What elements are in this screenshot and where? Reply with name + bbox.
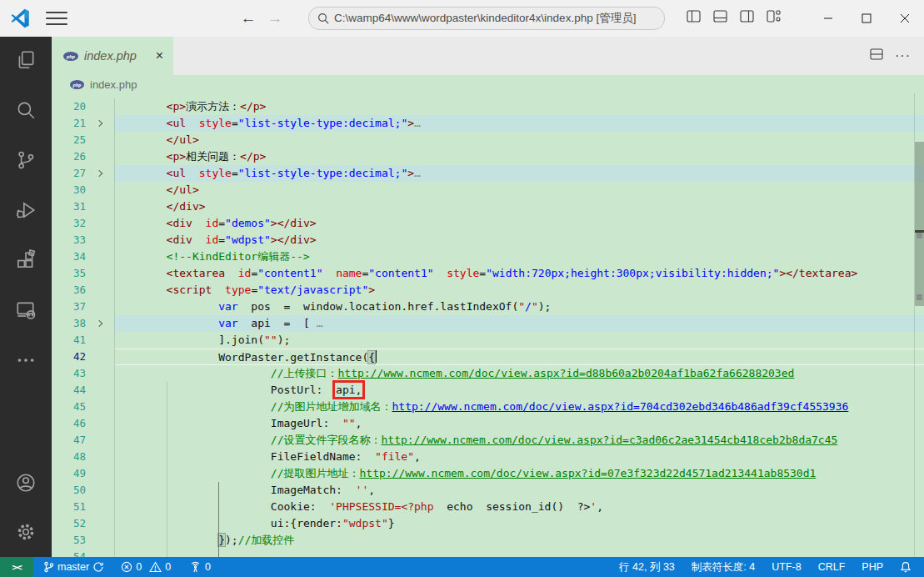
maximize-button[interactable] <box>847 0 886 37</box>
line-number[interactable]: 44 <box>52 382 86 399</box>
fold-chevron-icon[interactable] <box>86 315 114 332</box>
code-line[interactable]: 41].join(""); <box>52 332 924 349</box>
scrollbar-thumb[interactable] <box>915 142 924 306</box>
eol-item[interactable]: CRLF <box>812 561 852 573</box>
more-views-icon[interactable] <box>6 340 46 380</box>
vertical-scrollbar[interactable] <box>914 93 924 557</box>
line-number[interactable]: 42 <box>52 349 86 365</box>
extensions-icon[interactable] <box>6 240 46 280</box>
line-number[interactable]: 35 <box>52 265 86 282</box>
encoding-item[interactable]: UTF-8 <box>766 561 807 573</box>
code-line[interactable]: 31</div> <box>52 198 924 215</box>
tab-index-php[interactable]: php index.php × <box>52 37 173 75</box>
source-control-icon[interactable] <box>6 140 46 180</box>
indentation-item[interactable]: 制表符长度: 4 <box>686 560 761 574</box>
line-number[interactable]: 46 <box>52 415 86 432</box>
forward-arrow-icon[interactable]: → <box>263 7 287 30</box>
line-number[interactable]: 34 <box>52 248 86 265</box>
line-number[interactable]: 37 <box>52 299 86 315</box>
code-line[interactable]: 53});//加载控件 <box>52 532 924 549</box>
minimize-button[interactable] <box>809 0 847 37</box>
breadcrumb[interactable]: php index.php <box>52 75 924 93</box>
remote-indicator[interactable]: >< <box>0 557 33 577</box>
line-number[interactable]: 26 <box>52 148 86 165</box>
code-editor[interactable]: 20<p>演示方法：</p>21<ul style="list-style-ty… <box>52 93 924 557</box>
explorer-icon[interactable] <box>6 40 46 80</box>
line-number[interactable]: 53 <box>52 532 86 549</box>
git-branch-item[interactable]: master <box>38 561 109 573</box>
customize-layout-icon[interactable] <box>767 10 781 23</box>
remote-explorer-icon[interactable] <box>6 290 46 330</box>
problems-item[interactable]: 0 0 <box>116 561 176 573</box>
line-number[interactable]: 50 <box>52 482 86 499</box>
code-line[interactable]: 30</ul> <box>52 182 924 198</box>
doc-link[interactable]: http://www.ncmem.com/doc/view.aspx?id=c3… <box>381 434 837 446</box>
line-number[interactable]: 48 <box>52 449 86 465</box>
code-line[interactable]: 33<div id="wdpst"></div> <box>52 232 924 248</box>
fold-chevron-icon[interactable] <box>86 115 114 132</box>
line-number[interactable]: 36 <box>52 282 86 299</box>
line-number[interactable]: 25 <box>52 132 86 148</box>
toggle-sidebar-icon[interactable] <box>687 10 701 23</box>
doc-link[interactable]: http://www.ncmem.com/doc/view.aspx?id=70… <box>392 400 848 413</box>
code-line[interactable]: 45//为图片地址增加域名：http://www.ncmem.com/doc/v… <box>52 399 924 415</box>
line-number[interactable]: 43 <box>52 365 86 382</box>
toggle-secondary-sidebar-icon[interactable] <box>740 10 754 23</box>
code-line[interactable]: 36<script type="text/javascript"> <box>52 282 924 299</box>
code-line[interactable]: 44PostUrl: api, <box>52 382 924 399</box>
code-line[interactable]: 48FileFieldName: "file", <box>52 449 924 465</box>
line-number[interactable]: 33 <box>52 232 86 248</box>
editor-more-actions-icon[interactable]: ··· <box>895 48 911 63</box>
account-icon[interactable] <box>6 463 46 503</box>
code-line[interactable]: 50ImageMatch: '', <box>52 482 924 499</box>
code-line[interactable]: 42WordPaster.getInstance({ <box>52 349 924 365</box>
line-number[interactable]: 20 <box>52 98 86 115</box>
search-sidebar-icon[interactable] <box>6 90 46 130</box>
line-number[interactable]: 32 <box>52 215 86 232</box>
language-mode-item[interactable]: PHP <box>856 561 889 573</box>
cursor-position-item[interactable]: 行 42, 列 33 <box>613 560 681 574</box>
ports-item[interactable]: 0 <box>184 561 216 573</box>
doc-link[interactable]: http://www.ncmem.com/doc/view.aspx?id=d8… <box>337 367 794 379</box>
line-number[interactable]: 30 <box>52 182 86 198</box>
line-number[interactable]: 51 <box>52 499 86 515</box>
line-number[interactable]: 47 <box>52 432 86 449</box>
back-arrow-icon[interactable]: ← <box>237 7 260 30</box>
line-number[interactable]: 49 <box>52 465 86 482</box>
menu-icon[interactable] <box>46 12 67 25</box>
code-line[interactable]: 35<textarea id="content1" name="content1… <box>52 265 924 282</box>
line-number[interactable]: 21 <box>52 115 86 132</box>
line-number[interactable]: 52 <box>52 515 86 532</box>
code-line[interactable]: 43//上传接口：http://www.ncmem.com/doc/view.a… <box>52 365 924 382</box>
line-number[interactable]: 27 <box>52 165 86 182</box>
code-line[interactable]: 52ui:{render:"wdpst"} <box>52 515 924 532</box>
code-line[interactable]: 27<ul style="list-style-type:decimal;">… <box>52 165 924 182</box>
code-line[interactable]: 51Cookie: 'PHPSESSID=<?php echo session_… <box>52 499 924 515</box>
line-number[interactable]: 38 <box>52 315 86 332</box>
line-number[interactable]: 31 <box>52 198 86 215</box>
code-line[interactable]: 49//提取图片地址：http://www.ncmem.com/doc/view… <box>52 465 924 482</box>
doc-link[interactable]: http://www.ncmem.com/doc/view.aspx?id=07… <box>359 467 816 479</box>
code-line[interactable]: 54 <box>52 549 924 557</box>
tab-close-icon[interactable]: × <box>154 49 165 63</box>
toggle-panel-icon[interactable] <box>713 10 727 23</box>
line-number[interactable]: 41 <box>52 332 86 349</box>
code-line[interactable]: 21<ul style="list-style-type:decimal;">… <box>52 115 924 132</box>
code-line[interactable]: 37var pos = window.location.href.lastInd… <box>52 299 924 315</box>
code-line[interactable]: 46ImageUrl: "", <box>52 415 924 432</box>
close-button[interactable] <box>886 0 924 37</box>
command-center-search[interactable]: C:\wamp64\www\wordpaster\kindeditor4x\in… <box>308 7 665 30</box>
line-number[interactable]: 54 <box>52 549 86 557</box>
run-debug-icon[interactable] <box>6 190 46 230</box>
fold-chevron-icon[interactable] <box>86 165 114 182</box>
code-line[interactable]: 38var api = [ … <box>52 315 924 332</box>
code-line[interactable]: 32<div id="demos"></div> <box>52 215 924 232</box>
line-number[interactable]: 45 <box>52 399 86 415</box>
code-line[interactable]: 20<p>演示方法：</p> <box>52 98 924 115</box>
settings-gear-icon[interactable] <box>6 512 46 552</box>
code-line[interactable]: 25</ul> <box>52 132 924 148</box>
code-line[interactable]: 47//设置文件字段名称：http://www.ncmem.com/doc/vi… <box>52 432 924 449</box>
split-editor-icon[interactable] <box>870 48 883 63</box>
code-line[interactable]: 26<p>相关问题：</p> <box>52 148 924 165</box>
code-line[interactable]: 34<!--KindEditor编辑器--> <box>52 248 924 265</box>
